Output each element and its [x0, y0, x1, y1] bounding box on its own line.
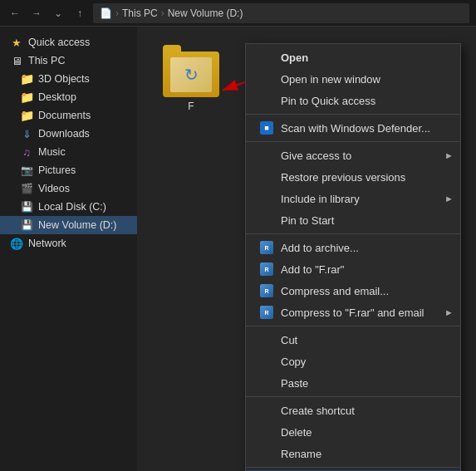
back-button[interactable]: ← — [7, 5, 23, 22]
ctx-cut[interactable]: Cut — [246, 329, 460, 351]
sidebar-item-local-disk-c[interactable]: 💾 Local Disk (C:) — [0, 198, 137, 216]
ctx-add-f-rar[interactable]: R Add to "F.rar" — [246, 258, 460, 280]
folder-documents-icon: 📁 — [20, 109, 33, 122]
breadcrumb-volume[interactable]: New Volume (D:) — [168, 7, 243, 19]
sidebar-item-downloads[interactable]: ⇓ Downloads — [0, 125, 137, 143]
sidebar-item-quick-access[interactable]: ★ Quick access — [0, 33, 137, 52]
ctx-defender-icon: ■ — [259, 120, 274, 135]
ctx-library-submenu-arrow: ► — [444, 194, 454, 204]
ctx-give-access-submenu-arrow: ► — [444, 150, 454, 160]
ctx-library-icon — [259, 191, 274, 206]
breadcrumb-icon: 📄 — [100, 7, 112, 19]
rar-icon-f: R — [260, 262, 273, 276]
sidebar-item-videos[interactable]: 🎬 Videos — [0, 179, 137, 198]
sidebar-item-documents[interactable]: 📁 Documents — [0, 106, 137, 125]
ctx-rar-compress-icon: R — [259, 283, 274, 298]
ctx-give-access-icon — [259, 148, 274, 163]
ctx-sep-2 — [246, 141, 460, 142]
ctx-include-library[interactable]: Include in library ► — [246, 188, 460, 209]
ctx-paste[interactable]: Paste — [246, 372, 460, 394]
pc-icon: 🖥 — [10, 54, 23, 67]
ctx-sep-5 — [246, 396, 460, 397]
ctx-sep-3 — [246, 233, 460, 234]
breadcrumb-sep1: › — [115, 7, 119, 19]
sidebar-label-downloads: Downloads — [38, 128, 90, 140]
ctx-sep-6 — [246, 467, 460, 468]
ctx-delete-label: Delete — [281, 426, 312, 439]
sidebar-item-3d-objects[interactable]: 📁 3D Objects — [0, 70, 137, 88]
ctx-pin-start-label: Pin to Start — [281, 214, 334, 227]
ctx-open[interactable]: Open — [246, 47, 460, 68]
content-area: ↻ F Open Open in new window — [137, 27, 476, 471]
ctx-add-archive-label: Add to archive... — [281, 242, 359, 254]
drive-c-icon: 💾 — [20, 200, 33, 213]
ctx-delete[interactable]: Delete — [246, 421, 460, 443]
download-icon: ⇓ — [20, 127, 33, 140]
ctx-rar-archive-icon: R — [259, 240, 274, 255]
ctx-cut-label: Cut — [281, 334, 297, 346]
ctx-pin-icon — [259, 93, 274, 108]
up-button[interactable]: ↑ — [71, 5, 88, 22]
breadcrumb-this-pc[interactable]: This PC — [122, 7, 158, 19]
ctx-scan-label: Scan with Windows Defender... — [281, 122, 430, 135]
context-menu: Open Open in new window Pin to Quick acc… — [245, 43, 461, 471]
ctx-rename-icon — [259, 446, 274, 461]
ctx-add-archive[interactable]: R Add to archive... — [246, 237, 460, 258]
folder-inner: ↻ — [170, 57, 212, 92]
ctx-compress-f-rar-email[interactable]: R Compress to "F.rar" and email ► — [246, 302, 460, 323]
rar-icon-compress-f: R — [260, 306, 273, 319]
ctx-copy[interactable]: Copy — [246, 351, 460, 372]
ctx-restore-icon — [259, 169, 274, 184]
ctx-compress-email[interactable]: R Compress and email... — [246, 280, 460, 302]
drive-d-icon: 💾 — [20, 218, 33, 232]
ctx-sep-4 — [246, 326, 460, 326]
folder-item[interactable]: ↻ F — [162, 52, 220, 112]
sidebar-item-this-pc[interactable]: 🖥 This PC — [0, 52, 137, 70]
pictures-icon: 📷 — [20, 164, 33, 177]
sidebar-label-documents: Documents — [38, 110, 91, 121]
sidebar-item-desktop[interactable]: 📁 Desktop — [0, 88, 137, 106]
folder-label: F — [188, 101, 194, 112]
ctx-rename[interactable]: Rename — [246, 443, 460, 464]
ctx-open-new-window[interactable]: Open in new window — [246, 68, 460, 90]
sidebar-label-videos: Videos — [38, 183, 70, 194]
rar-icon-compress: R — [260, 284, 273, 297]
ctx-sep-1 — [246, 114, 460, 115]
sidebar-item-new-volume-d[interactable]: 💾 New Volume (D:) — [0, 216, 137, 234]
ctx-shortcut-icon — [259, 403, 274, 418]
ctx-pin-quick-access[interactable]: Pin to Quick access — [246, 90, 460, 111]
ctx-restore-versions[interactable]: Restore previous versions — [246, 166, 460, 188]
ctx-shortcut-label: Create shortcut — [281, 405, 355, 417]
ctx-open-new-window-label: Open in new window — [281, 73, 380, 86]
rar-icon-add: R — [260, 241, 273, 254]
ctx-create-shortcut[interactable]: Create shortcut — [246, 400, 460, 421]
sidebar-label-local-disk-c: Local Disk (C:) — [38, 201, 106, 213]
star-icon: ★ — [10, 36, 23, 49]
sidebar-item-music[interactable]: ♫ Music — [0, 143, 137, 161]
sidebar-label-quick-access: Quick access — [28, 37, 90, 48]
ctx-paste-label: Paste — [281, 377, 308, 390]
network-icon: 🌐 — [10, 237, 23, 250]
ctx-more-arrow: ► — [444, 307, 454, 317]
ctx-rar-f-icon: R — [259, 262, 274, 277]
sidebar-label-network: Network — [28, 238, 66, 249]
ctx-open-new-window-icon — [259, 71, 274, 86]
ctx-give-access[interactable]: Give access to ► — [246, 145, 460, 166]
breadcrumb[interactable]: 📄 › This PC › New Volume (D:) — [93, 3, 469, 23]
breadcrumb-sep2: › — [161, 7, 164, 19]
sidebar-label-pictures: Pictures — [38, 164, 76, 176]
ctx-pin-start[interactable]: Pin to Start — [246, 209, 460, 231]
forward-button[interactable]: → — [28, 5, 45, 22]
sidebar-item-network[interactable]: 🌐 Network — [0, 234, 137, 253]
sidebar-label-3d-objects: 3D Objects — [38, 73, 90, 85]
title-bar: ← → ⌄ ↑ 📄 › This PC › New Volume (D:) — [0, 0, 476, 27]
ctx-rar-compress-f-icon: R — [259, 305, 274, 320]
sidebar: ★ Quick access 🖥 This PC 📁 3D Objects 📁 … — [0, 27, 137, 471]
defender-shield-icon: ■ — [260, 121, 273, 135]
down-button[interactable]: ⌄ — [50, 5, 66, 22]
sidebar-item-pictures[interactable]: 📷 Pictures — [0, 161, 137, 179]
sidebar-label-desktop: Desktop — [38, 91, 76, 103]
ctx-scan-defender[interactable]: ■ Scan with Windows Defender... — [246, 117, 460, 139]
ctx-library-label: Include in library — [281, 193, 360, 205]
main-layout: ★ Quick access 🖥 This PC 📁 3D Objects 📁 … — [0, 27, 476, 471]
